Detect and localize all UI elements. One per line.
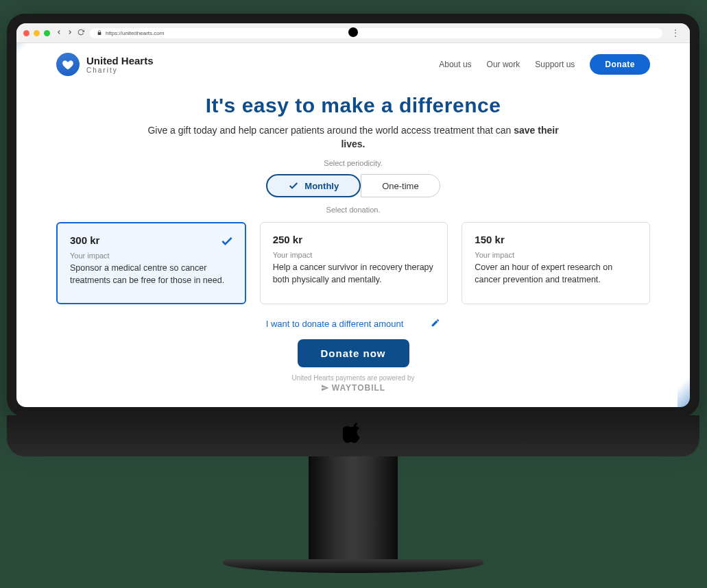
imac-stand-base (223, 559, 483, 573)
brand-tagline: Charity (86, 66, 154, 74)
nav-our-work[interactable]: Our work (487, 60, 520, 69)
nav-support[interactable]: Support us (535, 60, 575, 69)
hero-subtitle-text: Give a gift today and help cancer patien… (147, 125, 514, 136)
periodicity-onetime-label: One-time (382, 181, 418, 191)
maximize-window[interactable] (44, 30, 50, 36)
send-icon (321, 384, 329, 392)
imac-stand-neck (309, 456, 398, 559)
browser-menu[interactable]: ⋮ (668, 27, 683, 38)
periodicity-toggle: Monthly One-time (56, 174, 650, 197)
periodicity-monthly-label: Monthly (304, 181, 339, 191)
impact-label: Your impact (273, 251, 435, 259)
edit-icon[interactable] (431, 318, 440, 330)
donation-desc: Sponsor a medical centre so cancer treat… (70, 262, 232, 286)
minimize-window[interactable] (34, 30, 40, 36)
provider-name: WAYTOBILL (332, 383, 385, 393)
donation-amount: 250 kr (273, 234, 435, 245)
nav-donate-button[interactable]: Donate (590, 54, 650, 75)
camera-notch (348, 27, 358, 37)
donation-amount: 150 kr (475, 234, 637, 245)
back-button[interactable] (56, 29, 62, 37)
url-bar[interactable]: https://unitedhearts.com (90, 28, 662, 38)
apple-logo-icon (343, 423, 363, 449)
donation-desc: Help a cancer survivor in recovery thera… (273, 262, 435, 286)
url-text: https://unitedhearts.com (106, 30, 164, 36)
donation-label: Select donation. (56, 206, 650, 214)
hero-title: It's easy to make a difference (56, 94, 650, 117)
close-window[interactable] (23, 30, 29, 36)
donation-option-300[interactable]: 300 kr Your impact Sponsor a medical cen… (56, 222, 246, 304)
brand-name: United Hearts (86, 55, 154, 66)
page-content: United Hearts Charity About us Our work … (29, 43, 678, 407)
donation-amount: 300 kr (70, 234, 232, 246)
nav-about[interactable]: About us (439, 60, 471, 69)
lock-icon (97, 30, 102, 36)
forward-button[interactable] (67, 29, 73, 37)
periodicity-monthly[interactable]: Monthly (266, 174, 361, 197)
window-controls (23, 30, 50, 36)
impact-label: Your impact (70, 252, 232, 260)
brand-logo (56, 53, 80, 76)
impact-label: Your impact (475, 251, 637, 259)
provider-logo: WAYTOBILL (56, 383, 650, 393)
imac-chin (7, 415, 699, 456)
donation-option-250[interactable]: 250 kr Your impact Help a cancer survivo… (260, 222, 448, 304)
donate-now-button[interactable]: Donate now (298, 339, 409, 367)
donation-desc: Cover an hour of expert research on canc… (475, 262, 637, 286)
donation-option-150[interactable]: 150 kr Your impact Cover an hour of expe… (462, 222, 650, 304)
check-icon (220, 234, 234, 251)
brand[interactable]: United Hearts Charity (56, 53, 154, 76)
different-amount-link[interactable]: I want to donate a different amount (266, 319, 404, 329)
periodicity-label: Select periodicity. (56, 159, 650, 167)
powered-by-text: United Hearts payments are powered by (56, 374, 650, 382)
heart-hand-icon (61, 58, 75, 71)
reload-button[interactable] (77, 29, 84, 37)
check-icon (288, 180, 299, 191)
hero-subtitle: Give a gift today and help cancer patien… (147, 124, 559, 151)
periodicity-onetime[interactable]: One-time (361, 174, 440, 197)
